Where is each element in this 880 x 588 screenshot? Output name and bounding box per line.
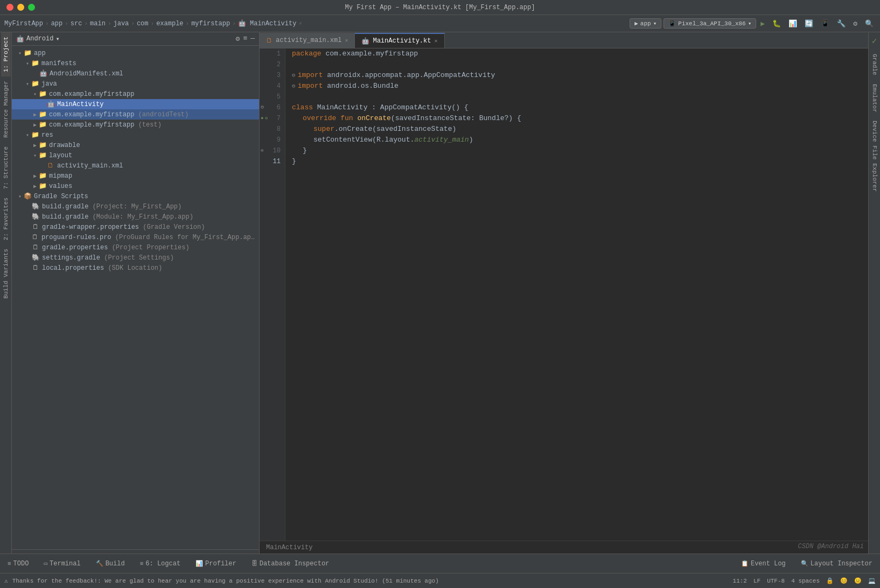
code-content[interactable]: package com.example.myfirstapp ⊖import a… (285, 48, 868, 541)
sync-button[interactable]: 🔄 (802, 18, 815, 29)
tree-item-local-properties[interactable]: 🗒 local.properties (SDK Location) (12, 263, 259, 273)
line-ending[interactable]: LF (753, 578, 760, 584)
gradle-tab[interactable]: Gradle (870, 50, 879, 80)
emulator-tab[interactable]: Emulator (870, 80, 879, 117)
logcat-label: 6: Logcat (145, 560, 180, 568)
project-panel-scrollbar[interactable] (12, 549, 259, 554)
tree-item-res[interactable]: ▾ 📁 res (12, 130, 259, 140)
logcat-tab[interactable]: ≡ 6: Logcat (137, 558, 184, 570)
tree-item-proguard[interactable]: 🗒 proguard-rules.pro (ProGuard Rules for… (12, 232, 259, 242)
tree-item-drawable[interactable]: ▶ 📁 drawable (12, 140, 259, 150)
maximize-button[interactable] (28, 4, 35, 11)
event-log-tab[interactable]: 📋 Event Log (738, 558, 789, 570)
resource-manager-tab[interactable]: Resource Manager (1, 76, 11, 142)
left-panel-strip: 1: Project Resource Manager 7: Structure… (0, 32, 12, 554)
tree-item-values[interactable]: ▶ 📁 values (12, 181, 259, 191)
breadcrumb-mainactivity[interactable]: 🤖 MainActivity (238, 19, 297, 27)
structure-tab[interactable]: 7: Structure (1, 142, 11, 193)
terminal-tab[interactable]: ▭ Terminal (40, 558, 83, 570)
emulator-selector[interactable]: 📱 Pixel_3a_API_30_x86 ▾ (664, 18, 756, 29)
breadcrumb-src[interactable]: src (71, 20, 82, 27)
tree-item-androidtest[interactable]: ▶ 📁 com.example.myfirstapp (androidTest) (12, 109, 259, 120)
code-line-8: super.onCreate(savedInstanceState) (285, 124, 868, 135)
breadcrumb-myfirstapp2[interactable]: myfirstapp (191, 20, 230, 27)
tree-item-build-gradle-project[interactable]: 🐘 build.gradle (Project: My_First_App) (12, 201, 259, 212)
tree-item-test[interactable]: ▶ 📁 com.example.myfirstapp (test) (12, 120, 259, 130)
search-button[interactable]: 🔍 (863, 18, 876, 29)
tree-item-com-example[interactable]: ▾ 📁 com.example.myfirstapp (12, 89, 259, 99)
breadcrumb-example[interactable]: example (156, 20, 183, 27)
tree-item-settings-gradle[interactable]: 🐘 settings.gradle (Project Settings) (12, 253, 259, 263)
smile-icon: 😐 (854, 577, 862, 584)
tree-item-androidmanifest[interactable]: 🤖 AndroidManifest.xml (12, 68, 259, 79)
close-tab-mainactivity[interactable]: ✕ (434, 38, 437, 44)
charset[interactable]: UTF-8 (767, 578, 785, 584)
build-status-icon: ✓ (872, 36, 877, 46)
window-title: My First App – MainActivity.kt [My_First… (345, 4, 535, 11)
right-panel-strip: ✓ Gradle Emulator Device File Explorer (868, 32, 880, 554)
tree-item-gradle-properties[interactable]: 🗒 gradle.properties (Project Properties) (12, 242, 259, 253)
tree-item-activity-main-xml[interactable]: 🗋 activity_main.xml (12, 160, 259, 171)
tree-item-app[interactable]: ▾ 📁 app (12, 48, 259, 58)
tree-item-manifests[interactable]: ▾ 📁 manifests (12, 58, 259, 68)
settings-button[interactable]: ⚙ (851, 18, 860, 29)
nav-bar: MyFirstApp › app › src › main › java › c… (0, 15, 880, 32)
close-tab-activity-main[interactable]: ✕ (345, 37, 348, 44)
close-button[interactable] (6, 4, 13, 11)
indent-setting[interactable]: 4 spaces (791, 578, 820, 584)
build-config-selector[interactable]: ▶ app ▾ (630, 18, 661, 29)
tree-item-gradle-scripts[interactable]: ▾ 📦 Gradle Scripts (12, 191, 259, 201)
device-file-explorer-tab[interactable]: Device File Explorer (870, 116, 879, 196)
breadcrumb-myfirstapp[interactable]: MyFirstApp (4, 20, 43, 27)
android-view-selector[interactable]: 🤖 Android ▾ (16, 35, 60, 43)
traffic-lights (6, 4, 35, 11)
tree-item-gradle-wrapper[interactable]: 🗒 gradle-wrapper.properties (Gradle Vers… (12, 222, 259, 232)
tree-item-layout[interactable]: ▾ 📁 layout (12, 150, 259, 160)
minimize-button[interactable] (17, 4, 24, 11)
breadcrumb-main[interactable]: main (90, 20, 106, 27)
tree-item-mainactivity[interactable]: 🤖 MainActivity (12, 99, 259, 109)
layout-inspector-tab[interactable]: 🔍 Layout Inspector (798, 558, 876, 570)
cog-icon[interactable]: ⚙ (236, 34, 240, 43)
code-line-11: } (285, 156, 868, 167)
tree-item-build-gradle-module[interactable]: 🐘 build.gradle (Module: My_First_App.app… (12, 212, 259, 222)
build-tab[interactable]: 🔨 Build (93, 558, 128, 570)
run-button[interactable]: ▶ (758, 18, 767, 29)
build-icon: 🔨 (96, 560, 103, 567)
tree-item-java[interactable]: ▾ 📁 java (12, 79, 259, 89)
avd-button[interactable]: 📱 (819, 18, 832, 29)
breadcrumb-java[interactable]: java (113, 20, 129, 27)
layout-inspector-icon: 🔍 (801, 560, 808, 567)
gear-icon[interactable]: ≡ (243, 34, 247, 43)
status-right: 11:2 LF UTF-8 4 spaces 🔒 😊 😐 💻 (733, 577, 876, 584)
debug-button[interactable]: 🐛 (770, 18, 783, 29)
terminal-label: Terminal (50, 560, 81, 568)
line-2: 2 (260, 59, 285, 70)
todo-icon: ≡ (8, 561, 11, 567)
status-bar: ⚠ Thanks for the feedback!: We are glad … (0, 573, 880, 588)
profiler-tab[interactable]: 📊 Profiler (192, 558, 240, 570)
profile-button[interactable]: 📊 (786, 18, 799, 29)
editor-area: 🗋 activity_main.xml ✕ 🤖 MainActivity.kt … (260, 32, 868, 554)
breadcrumb-com[interactable]: com (137, 20, 149, 27)
lock-icon: 🔒 (826, 577, 834, 584)
project-panel-tab[interactable]: 1: Project (1, 32, 11, 76)
close-panel-icon[interactable]: — (250, 34, 255, 43)
line-number-gutter: 1 2 3 4 5 ⊖ 6 ● ⊖ 7 8 9 ⊖ 10 (260, 48, 285, 541)
code-line-4: ⊖import android.os.Bundle (285, 81, 868, 92)
todo-tab[interactable]: ≡ TODO (4, 558, 32, 570)
cursor-position[interactable]: 11:2 (733, 578, 747, 584)
line-8: 8 (260, 124, 285, 135)
tab-mainactivity-kt[interactable]: 🤖 MainActivity.kt ✕ (355, 33, 444, 48)
tree-item-mipmap[interactable]: ▶ 📁 mipmap (12, 171, 259, 181)
title-bar: My First App – MainActivity.kt [My_First… (0, 0, 880, 15)
database-inspector-tab[interactable]: 🗄 Database Inspector (248, 558, 333, 570)
favorites-tab[interactable]: 2: Favorites (1, 193, 11, 244)
build-variants-tab[interactable]: Build Variants (1, 244, 11, 303)
sdk-button[interactable]: 🔧 (835, 18, 848, 29)
terminal-icon: ▭ (44, 560, 47, 567)
database-icon: 🗄 (252, 560, 257, 567)
tab-activity-main-xml[interactable]: 🗋 activity_main.xml ✕ (260, 33, 355, 48)
breadcrumb-app[interactable]: app (51, 20, 63, 27)
main-area: 1: Project Resource Manager 7: Structure… (0, 32, 880, 554)
